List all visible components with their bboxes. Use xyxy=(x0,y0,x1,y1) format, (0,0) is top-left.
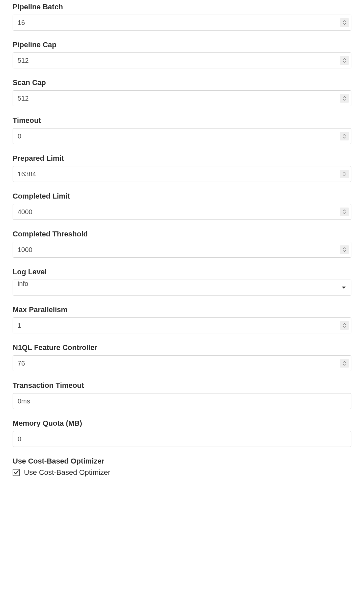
completed-threshold-input[interactable] xyxy=(13,242,351,258)
use-cbo-row: Use Cost-Based Optimizer xyxy=(13,468,351,477)
completed-limit-input-wrap xyxy=(13,204,351,220)
max-parallelism-input-wrap xyxy=(13,317,351,333)
pipeline-cap-spinner[interactable] xyxy=(340,56,349,65)
check-icon xyxy=(14,470,19,475)
prepared-limit-spinner[interactable] xyxy=(340,170,349,178)
field-prepared-limit: Prepared Limit xyxy=(13,154,351,182)
field-pipeline-cap: Pipeline Cap xyxy=(13,41,351,68)
max-parallelism-input[interactable] xyxy=(13,317,351,333)
max-parallelism-spinner[interactable] xyxy=(340,321,349,330)
chevron-down-icon xyxy=(343,23,346,25)
log-level-select[interactable]: info xyxy=(13,280,351,296)
chevron-down-icon xyxy=(343,250,346,252)
max-parallelism-label: Max Parallelism xyxy=(13,305,351,314)
field-n1ql-feature-controller: N1QL Feature Controller xyxy=(13,343,351,371)
prepared-limit-input[interactable] xyxy=(13,166,351,182)
chevron-down-icon xyxy=(343,99,346,101)
completed-threshold-label: Completed Threshold xyxy=(13,230,351,238)
pipeline-batch-input[interactable] xyxy=(13,15,351,31)
prepared-limit-label: Prepared Limit xyxy=(13,154,351,163)
memory-quota-input[interactable] xyxy=(13,431,351,447)
field-completed-limit: Completed Limit xyxy=(13,192,351,220)
n1ql-feature-controller-label: N1QL Feature Controller xyxy=(13,343,351,352)
field-log-level: Log Level info xyxy=(13,268,351,296)
pipeline-batch-input-wrap xyxy=(13,15,351,31)
scan-cap-label: Scan Cap xyxy=(13,78,351,87)
n1ql-feature-controller-input-wrap xyxy=(13,355,351,371)
chevron-up-icon xyxy=(343,20,346,22)
pipeline-batch-spinner[interactable] xyxy=(340,18,349,27)
field-scan-cap: Scan Cap xyxy=(13,78,351,106)
chevron-up-icon xyxy=(343,96,346,98)
scan-cap-spinner[interactable] xyxy=(340,94,349,103)
timeout-input-wrap xyxy=(13,128,351,144)
chevron-up-icon xyxy=(343,361,346,363)
chevron-up-icon xyxy=(343,58,346,60)
chevron-down-icon xyxy=(343,326,346,328)
completed-limit-input[interactable] xyxy=(13,204,351,220)
completed-threshold-input-wrap xyxy=(13,242,351,258)
transaction-timeout-input[interactable] xyxy=(13,393,351,409)
timeout-label: Timeout xyxy=(13,116,351,125)
chevron-down-icon xyxy=(343,61,346,63)
chevron-down-icon xyxy=(343,364,346,366)
pipeline-cap-input-wrap xyxy=(13,52,351,68)
field-memory-quota: Memory Quota (MB) xyxy=(13,419,351,447)
chevron-down-icon xyxy=(343,212,346,214)
pipeline-batch-label: Pipeline Batch xyxy=(13,3,351,11)
chevron-down-icon xyxy=(343,174,346,176)
scan-cap-input-wrap xyxy=(13,90,351,106)
field-completed-threshold: Completed Threshold xyxy=(13,230,351,258)
transaction-timeout-label: Transaction Timeout xyxy=(13,381,351,390)
pipeline-cap-input[interactable] xyxy=(13,52,351,68)
pipeline-cap-label: Pipeline Cap xyxy=(13,41,351,49)
memory-quota-label: Memory Quota (MB) xyxy=(13,419,351,428)
completed-limit-spinner[interactable] xyxy=(340,208,349,216)
n1ql-feature-controller-spinner[interactable] xyxy=(340,359,349,368)
field-timeout: Timeout xyxy=(13,116,351,144)
log-level-label: Log Level xyxy=(13,268,351,276)
timeout-input[interactable] xyxy=(13,128,351,144)
transaction-timeout-input-wrap xyxy=(13,393,351,409)
field-max-parallelism: Max Parallelism xyxy=(13,305,351,333)
chevron-up-icon xyxy=(343,134,346,136)
use-cbo-checkbox-label: Use Cost-Based Optimizer xyxy=(24,468,110,477)
chevron-down-icon xyxy=(343,136,346,138)
use-cbo-checkbox[interactable] xyxy=(13,469,20,476)
n1ql-feature-controller-input[interactable] xyxy=(13,355,351,371)
field-pipeline-batch: Pipeline Batch xyxy=(13,3,351,31)
field-transaction-timeout: Transaction Timeout xyxy=(13,381,351,409)
completed-limit-label: Completed Limit xyxy=(13,192,351,201)
use-cbo-heading: Use Cost-Based Optimizer xyxy=(13,457,351,466)
field-use-cbo: Use Cost-Based Optimizer Use Cost-Based … xyxy=(13,457,351,477)
memory-quota-input-wrap xyxy=(13,431,351,447)
chevron-up-icon xyxy=(343,247,346,249)
timeout-spinner[interactable] xyxy=(340,132,349,140)
chevron-up-icon xyxy=(343,323,346,325)
log-level-select-wrap: info xyxy=(13,280,351,296)
scan-cap-input[interactable] xyxy=(13,90,351,106)
prepared-limit-input-wrap xyxy=(13,166,351,182)
completed-threshold-spinner[interactable] xyxy=(340,245,349,254)
chevron-up-icon xyxy=(343,210,346,212)
chevron-up-icon xyxy=(343,172,346,174)
